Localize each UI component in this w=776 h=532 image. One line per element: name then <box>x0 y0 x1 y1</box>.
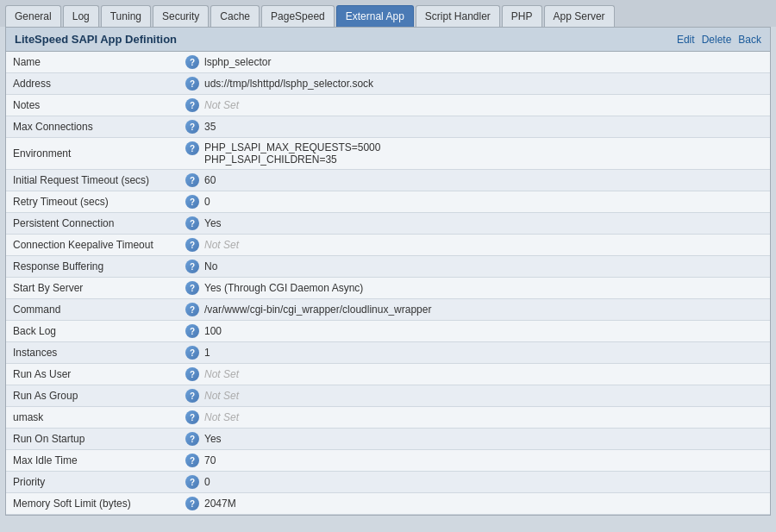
table-row: Run On Startup?Yes <box>6 429 770 450</box>
row-value: 2047M <box>204 498 236 510</box>
tab-general[interactable]: General <box>5 5 61 27</box>
main-content: LiteSpeed SAPI App Definition Edit Delet… <box>5 27 771 516</box>
row-value: No <box>204 260 217 272</box>
row-label: Address <box>6 73 178 95</box>
section-title: LiteSpeed SAPI App Definition <box>15 33 177 46</box>
row-label: Notes <box>6 95 178 116</box>
help-icon[interactable]: ? <box>185 55 199 69</box>
row-label: Environment <box>6 138 178 170</box>
help-icon[interactable]: ? <box>185 98 199 112</box>
row-value: Not Set <box>204 368 239 380</box>
row-value: Yes <box>204 433 222 445</box>
help-icon[interactable]: ? <box>185 497 199 510</box>
row-label: Run On Startup <box>6 429 178 450</box>
tab-tuning[interactable]: Tuning <box>101 5 151 27</box>
row-value: Not Set <box>204 411 239 423</box>
tab-log[interactable]: Log <box>63 5 99 27</box>
row-value: Yes <box>204 217 222 229</box>
row-value: Not Set <box>204 99 239 111</box>
row-label: Command <box>6 299 178 321</box>
row-label: Max Connections <box>6 116 178 138</box>
row-value: 0 <box>204 196 210 208</box>
delete-link[interactable]: Delete <box>702 34 732 46</box>
tab-pagespeed[interactable]: PageSpeed <box>261 5 335 27</box>
row-value: Yes (Through CGI Daemon Async) <box>204 282 363 294</box>
row-value: 100 <box>204 325 222 337</box>
row-label: Run As User <box>6 364 178 385</box>
tab-cache[interactable]: Cache <box>210 5 260 27</box>
table-row: Run As User?Not Set <box>6 364 770 385</box>
help-icon[interactable]: ? <box>185 410 199 424</box>
row-label: Initial Request Timeout (secs) <box>6 170 178 191</box>
table-row: Start By Server?Yes (Through CGI Daemon … <box>6 278 770 299</box>
row-value: 0 <box>204 476 210 488</box>
table-row: Priority?0 <box>6 472 770 493</box>
row-value: PHP_LSAPI_MAX_REQUESTS=5000 PHP_LSAPI_CH… <box>204 141 380 166</box>
row-label: Response Buffering <box>6 256 178 278</box>
table-row: Response Buffering?No <box>6 256 770 278</box>
help-icon[interactable]: ? <box>185 367 199 381</box>
row-label: Max Idle Time <box>6 450 178 472</box>
row-label: Run As Group <box>6 385 178 407</box>
tab-app-server[interactable]: App Server <box>544 5 615 27</box>
row-label: Priority <box>6 472 178 493</box>
row-value: Not Set <box>204 390 239 402</box>
help-icon[interactable]: ? <box>185 303 199 316</box>
table-row: Initial Request Timeout (secs)?60 <box>6 170 770 191</box>
help-icon[interactable]: ? <box>185 346 199 360</box>
row-label: Instances <box>6 342 178 364</box>
row-label: Retry Timeout (secs) <box>6 191 178 213</box>
row-label: Persistent Connection <box>6 213 178 235</box>
row-value: Not Set <box>204 239 239 251</box>
table-row: Name?lsphp_selector <box>6 52 770 73</box>
row-value: uds://tmp/lshttpd/lsphp_selector.sock <box>204 78 373 90</box>
back-link[interactable]: Back <box>738 34 761 46</box>
table-row: Memory Soft Limit (bytes)?2047M <box>6 493 770 515</box>
table-row: Retry Timeout (secs)?0 <box>6 191 770 213</box>
tab-bar: GeneralLogTuningSecurityCachePageSpeedEx… <box>0 0 776 27</box>
table-row: umask?Not Set <box>6 407 770 429</box>
table-row: Command?/var/www/cgi-bin/cgi_wrapper/clo… <box>6 299 770 321</box>
table-row: Notes?Not Set <box>6 95 770 116</box>
help-icon[interactable]: ? <box>185 195 199 209</box>
help-icon[interactable]: ? <box>185 77 199 91</box>
help-icon[interactable]: ? <box>185 216 199 230</box>
help-icon[interactable]: ? <box>185 120 199 134</box>
tab-external-app[interactable]: External App <box>336 5 414 27</box>
help-icon[interactable]: ? <box>185 281 199 295</box>
help-icon[interactable]: ? <box>185 432 199 446</box>
tab-script-handler[interactable]: Script Handler <box>416 5 500 27</box>
row-value: 1 <box>204 347 210 359</box>
row-label: umask <box>6 407 178 429</box>
help-icon[interactable]: ? <box>185 238 199 252</box>
row-value: 70 <box>204 454 216 466</box>
row-label: Back Log <box>6 321 178 342</box>
help-icon[interactable]: ? <box>185 324 199 338</box>
table-row: Back Log?100 <box>6 321 770 342</box>
help-icon[interactable]: ? <box>185 454 199 467</box>
help-icon[interactable]: ? <box>185 173 199 187</box>
help-icon[interactable]: ? <box>185 141 199 155</box>
row-value: lsphp_selector <box>204 56 271 68</box>
table-row: Address?uds://tmp/lshttpd/lsphp_selector… <box>6 73 770 95</box>
table-row: Connection Keepalive Timeout?Not Set <box>6 235 770 256</box>
table-row: Max Connections?35 <box>6 116 770 138</box>
help-icon[interactable]: ? <box>185 475 199 489</box>
edit-link[interactable]: Edit <box>677 34 695 46</box>
row-label: Start By Server <box>6 278 178 299</box>
table-row: Persistent Connection?Yes <box>6 213 770 235</box>
tab-security[interactable]: Security <box>153 5 209 27</box>
row-label: Name <box>6 52 178 73</box>
help-icon[interactable]: ? <box>185 260 199 273</box>
section-actions: Edit Delete Back <box>677 34 761 46</box>
table-row: Environment?PHP_LSAPI_MAX_REQUESTS=5000 … <box>6 138 770 170</box>
row-label: Memory Soft Limit (bytes) <box>6 493 178 515</box>
section-header: LiteSpeed SAPI App Definition Edit Delet… <box>6 28 770 52</box>
row-label: Connection Keepalive Timeout <box>6 235 178 256</box>
table-row: Instances?1 <box>6 342 770 364</box>
row-value: 35 <box>204 121 216 133</box>
table-row: Run As Group?Not Set <box>6 385 770 407</box>
row-value: 60 <box>204 174 216 186</box>
help-icon[interactable]: ? <box>185 389 199 403</box>
tab-php[interactable]: PHP <box>502 5 542 27</box>
